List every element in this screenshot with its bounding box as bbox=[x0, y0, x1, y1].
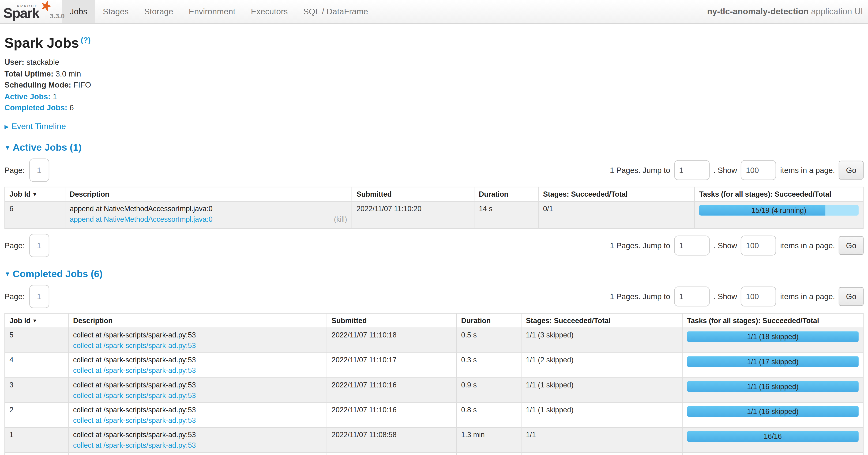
active-jobs-link[interactable]: Active Jobs: bbox=[4, 92, 51, 101]
col-stages[interactable]: Stages: Succeeded/Total bbox=[538, 187, 694, 201]
job-row: 2 collect at /spark-scripts/spark-ad.py:… bbox=[5, 403, 863, 428]
spark-wordmark: Spark bbox=[3, 5, 39, 21]
job-id-cell: 0 bbox=[5, 452, 68, 455]
job-row: 3 collect at /spark-scripts/spark-ad.py:… bbox=[5, 377, 863, 402]
job-detail-link[interactable]: collect at /spark-scripts/spark-ad.py:53 bbox=[73, 416, 196, 425]
job-row: 6 append at NativeMethodAccessorImpl.jav… bbox=[5, 201, 863, 229]
expanded-arrow-icon: ▼ bbox=[4, 270, 10, 277]
summary-scheduling-mode: Scheduling Mode:FIFO bbox=[4, 80, 864, 89]
items-text: items in a page. bbox=[780, 166, 835, 175]
page-label: Page: bbox=[4, 166, 25, 175]
col-duration[interactable]: Duration bbox=[456, 313, 521, 328]
stages-cell: 1/1 bbox=[521, 452, 682, 455]
show-items-input[interactable] bbox=[741, 160, 776, 180]
col-duration[interactable]: Duration bbox=[474, 187, 538, 201]
col-job-id[interactable]: Job Id▼ bbox=[5, 313, 68, 328]
user-label: User: bbox=[4, 58, 24, 67]
submitted-cell: 2022/11/07 11:10:20 bbox=[352, 201, 474, 229]
description-cell: parquet at NativeMethodAccessorImpl.java… bbox=[68, 452, 327, 455]
tab-jobs[interactable]: Jobs bbox=[62, 0, 95, 23]
summary-active-jobs: Active Jobs:1 bbox=[4, 92, 864, 101]
pages-text: 1 Pages. Jump to bbox=[610, 292, 670, 301]
tab-stages[interactable]: Stages bbox=[95, 0, 136, 23]
tab-sql-dataframe[interactable]: SQL / DataFrame bbox=[296, 0, 376, 23]
duration-cell: 1.3 min bbox=[456, 428, 521, 452]
sort-desc-icon: ▼ bbox=[32, 318, 37, 324]
pages-text: 1 Pages. Jump to bbox=[610, 241, 670, 250]
col-description[interactable]: Description bbox=[68, 313, 327, 328]
col-tasks[interactable]: Tasks (for all stages): Succeeded/Total bbox=[682, 313, 863, 328]
job-description: collect at /spark-scripts/spark-ad.py:53 bbox=[73, 431, 322, 439]
progress-label: 1/1 (16 skipped) bbox=[687, 406, 859, 417]
duration-cell: 39 s bbox=[456, 452, 521, 455]
tab-environment[interactable]: Environment bbox=[181, 0, 243, 23]
page-input[interactable] bbox=[29, 159, 49, 181]
go-button[interactable]: Go bbox=[839, 161, 864, 179]
job-id-cell: 1 bbox=[5, 428, 68, 452]
top-navbar: APACHE ★ Spark 3.3.0 Jobs Stages Storage… bbox=[0, 0, 868, 24]
description-cell: collect at /spark-scripts/spark-ad.py:53… bbox=[68, 353, 327, 377]
jump-to-input[interactable] bbox=[674, 236, 710, 256]
tasks-cell: 15/19 (4 running) bbox=[694, 201, 863, 229]
active-jobs-header[interactable]: ▼Active Jobs (1) bbox=[4, 142, 864, 154]
completed-jobs-header[interactable]: ▼Completed Jobs (6) bbox=[4, 268, 864, 280]
completed-jobs-link[interactable]: Completed Jobs: bbox=[4, 103, 67, 112]
col-stages[interactable]: Stages: Succeeded/Total bbox=[521, 313, 682, 328]
job-row: 1 collect at /spark-scripts/spark-ad.py:… bbox=[5, 428, 863, 452]
tasks-progress-bar: 16/16 bbox=[687, 431, 859, 442]
spark-version: 3.3.0 bbox=[50, 12, 65, 20]
event-timeline-toggle[interactable]: ▶Event Timeline bbox=[4, 121, 864, 131]
table-header-row: Job Id▼ Description Submitted Duration S… bbox=[5, 313, 863, 328]
page-label: Page: bbox=[4, 241, 25, 250]
show-items-input[interactable] bbox=[741, 236, 776, 256]
application-title: ny-tlc-anomaly-detection application UI bbox=[707, 0, 863, 23]
col-job-id[interactable]: Job Id▼ bbox=[5, 187, 65, 201]
col-submitted[interactable]: Submitted bbox=[352, 187, 474, 201]
page-label: Page: bbox=[4, 292, 25, 301]
uptime-value: 3.0 min bbox=[56, 69, 81, 78]
progress-label: 1/1 (16 skipped) bbox=[687, 381, 859, 392]
show-items-input[interactable] bbox=[741, 286, 776, 307]
duration-cell: 0.9 s bbox=[456, 377, 521, 402]
jump-to-input[interactable] bbox=[674, 286, 710, 307]
tasks-cell: 1/1 (17 skipped) bbox=[682, 353, 863, 377]
tasks-progress-bar: 1/1 (16 skipped) bbox=[687, 406, 859, 417]
sort-desc-icon: ▼ bbox=[32, 192, 37, 197]
page-input[interactable] bbox=[29, 285, 49, 308]
nav-tabs: Jobs Stages Storage Environment Executor… bbox=[62, 0, 376, 23]
tasks-progress-bar: 1/1 (17 skipped) bbox=[687, 357, 859, 367]
tasks-progress-bar: 15/19 (4 running) bbox=[699, 205, 859, 216]
description-cell: collect at /spark-scripts/spark-ad.py:53… bbox=[68, 377, 327, 402]
submitted-cell: 2022/11/07 11:10:16 bbox=[327, 403, 457, 428]
page-input[interactable] bbox=[29, 234, 49, 257]
job-detail-link[interactable]: collect at /spark-scripts/spark-ad.py:53 bbox=[73, 441, 196, 449]
job-id-cell: 4 bbox=[5, 353, 68, 377]
completed-jobs-count: 6 bbox=[70, 103, 74, 112]
stages-cell: 1/1 (1 skipped) bbox=[521, 403, 682, 428]
scheduling-mode-label: Scheduling Mode: bbox=[4, 80, 71, 89]
stages-cell: 1/1 bbox=[521, 428, 682, 452]
job-detail-link[interactable]: collect at /spark-scripts/spark-ad.py:53 bbox=[73, 366, 196, 374]
summary-completed-jobs: Completed Jobs:6 bbox=[4, 103, 864, 112]
go-button[interactable]: Go bbox=[839, 287, 864, 306]
job-detail-link[interactable]: append at NativeMethodAccessorImpl.java:… bbox=[70, 215, 213, 223]
tab-executors[interactable]: Executors bbox=[243, 0, 296, 23]
job-row: 4 collect at /spark-scripts/spark-ad.py:… bbox=[5, 353, 863, 377]
collapsed-arrow-icon: ▶ bbox=[4, 124, 9, 130]
col-submitted[interactable]: Submitted bbox=[327, 313, 457, 328]
col-description[interactable]: Description bbox=[65, 187, 351, 201]
kill-link[interactable]: (kill) bbox=[334, 215, 347, 223]
jump-to-input[interactable] bbox=[674, 160, 710, 180]
spark-ui-page: APACHE ★ Spark 3.3.0 Jobs Stages Storage… bbox=[0, 0, 868, 455]
tab-storage[interactable]: Storage bbox=[136, 0, 181, 23]
job-detail-link[interactable]: collect at /spark-scripts/spark-ad.py:53 bbox=[73, 341, 196, 350]
job-description: collect at /spark-scripts/spark-ad.py:53 bbox=[73, 331, 322, 339]
spark-logo[interactable]: APACHE ★ Spark 3.3.0 bbox=[0, 0, 62, 23]
job-detail-link[interactable]: collect at /spark-scripts/spark-ad.py:53 bbox=[73, 391, 196, 399]
go-button[interactable]: Go bbox=[839, 236, 864, 255]
col-tasks[interactable]: Tasks (for all stages): Succeeded/Total bbox=[694, 187, 863, 201]
job-id-cell: 3 bbox=[5, 377, 68, 402]
help-link[interactable]: (?) bbox=[81, 35, 91, 44]
items-text: items in a page. bbox=[780, 292, 835, 301]
active-jobs-count: 1 bbox=[53, 92, 57, 101]
